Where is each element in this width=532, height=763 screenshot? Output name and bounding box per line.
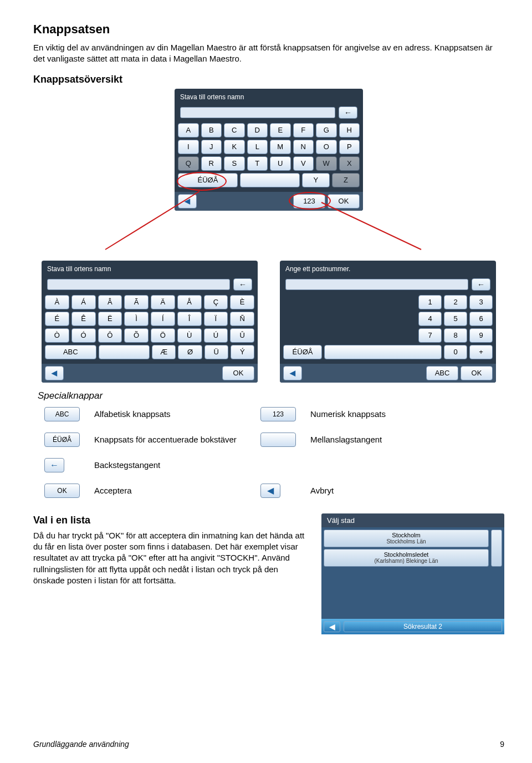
key[interactable]: J xyxy=(201,140,222,154)
key[interactable]: Ñ xyxy=(230,312,254,326)
key[interactable]: N xyxy=(293,140,314,154)
key[interactable]: Y xyxy=(302,173,330,187)
key[interactable]: W xyxy=(316,156,337,171)
key[interactable]: Û xyxy=(230,328,254,343)
page-footer: Grundläggande användning 9 xyxy=(33,740,504,749)
city-back-button[interactable]: ◀ xyxy=(324,621,340,632)
key[interactable]: 3 xyxy=(469,295,493,309)
key[interactable]: Ù xyxy=(177,328,202,343)
key[interactable]: 1 xyxy=(418,295,442,309)
key[interactable]: Ó xyxy=(71,328,96,343)
kb-right-title: Ange ett postnummer. xyxy=(285,265,350,273)
kb-left-input[interactable] xyxy=(47,279,230,290)
key[interactable]: Ä xyxy=(151,295,175,309)
key[interactable]: T xyxy=(247,156,268,171)
key[interactable]: L xyxy=(247,140,268,154)
key[interactable]: É xyxy=(45,312,69,326)
key[interactable]: S xyxy=(224,156,245,171)
key[interactable]: À xyxy=(45,295,69,309)
abc-switch-key[interactable]: ABC xyxy=(426,366,458,380)
key[interactable]: Å xyxy=(177,295,202,309)
key[interactable]: 5 xyxy=(444,312,467,326)
key[interactable]: X xyxy=(339,156,360,171)
space-key[interactable] xyxy=(324,345,442,359)
key[interactable]: Õ xyxy=(124,328,149,343)
back-arrow-key[interactable]: ◀ xyxy=(45,366,64,380)
key[interactable]: Q xyxy=(178,156,199,171)
key[interactable]: Ì xyxy=(124,312,149,326)
key[interactable]: B xyxy=(201,123,222,138)
kb-main-input[interactable] xyxy=(180,107,335,118)
key[interactable]: Ú xyxy=(204,328,228,343)
list-item[interactable]: Stockholmsledet (Karlshamn) Blekinge Län xyxy=(324,549,489,567)
ok-key[interactable]: OK xyxy=(461,366,493,380)
space-key[interactable] xyxy=(99,345,150,359)
back-arrow-key[interactable]: ◀ xyxy=(283,366,302,380)
key[interactable]: M xyxy=(270,140,291,154)
backspace-key[interactable]: ← xyxy=(472,278,490,291)
list-item-name: Stockholmsledet xyxy=(326,551,486,558)
key[interactable]: Ý xyxy=(231,345,254,359)
key[interactable]: 2 xyxy=(444,295,467,309)
accent-switch-key[interactable]: ÉÜØÅ xyxy=(178,173,238,187)
key[interactable]: C xyxy=(224,123,245,138)
key[interactable]: H xyxy=(339,123,360,138)
scrollbar[interactable] xyxy=(491,530,502,567)
key[interactable]: Ö xyxy=(151,328,175,343)
key[interactable]: 6 xyxy=(469,312,493,326)
numeric-switch-key[interactable]: 123 xyxy=(293,194,325,208)
key[interactable]: Á xyxy=(71,295,96,309)
key[interactable]: Ê xyxy=(71,312,96,326)
key[interactable]: O xyxy=(316,140,337,154)
key[interactable]: U xyxy=(270,156,291,171)
key[interactable]: Ô xyxy=(98,328,122,343)
list-item[interactable]: Stockholm Stockholms Län xyxy=(324,530,489,547)
ok-key[interactable]: OK xyxy=(222,366,254,380)
accent-switch-key[interactable]: ÉÜØÅ xyxy=(283,345,322,359)
kb-main-row1: A B C D E F G H xyxy=(178,123,360,138)
back-arrow-key[interactable]: ◀ xyxy=(178,194,197,208)
key[interactable]: K xyxy=(224,140,245,154)
key[interactable]: Â xyxy=(98,295,122,309)
key[interactable]: A xyxy=(178,123,199,138)
key[interactable]: Ã xyxy=(124,295,149,309)
key[interactable]: Ï xyxy=(204,312,228,326)
city-panel-title: Välj stad xyxy=(321,513,504,527)
city-select-panel: Välj stad Stockholm Stockholms Län Stock… xyxy=(321,513,504,634)
key[interactable]: Í xyxy=(151,312,175,326)
cancel-mini-key: ◀ xyxy=(260,484,280,498)
kb-right-input[interactable] xyxy=(285,279,468,290)
key[interactable]: È xyxy=(230,295,254,309)
key[interactable]: G xyxy=(316,123,337,138)
key[interactable]: E xyxy=(270,123,291,138)
key[interactable]: F xyxy=(293,123,314,138)
key[interactable]: 4 xyxy=(418,312,442,326)
abc-switch-key[interactable]: ABC xyxy=(45,345,96,359)
accent-label: Knappsats för accentuerade bokstäver xyxy=(94,435,260,444)
space-key[interactable] xyxy=(240,173,300,187)
key[interactable]: 8 xyxy=(444,328,467,343)
key[interactable]: Ë xyxy=(98,312,122,326)
key[interactable]: 9 xyxy=(469,328,493,343)
key[interactable]: V xyxy=(293,156,314,171)
key[interactable]: Z xyxy=(332,173,360,187)
key[interactable]: Ø xyxy=(178,345,202,359)
key[interactable]: 7 xyxy=(418,328,442,343)
key[interactable]: Æ xyxy=(152,345,176,359)
key[interactable]: 0 xyxy=(444,345,467,359)
key[interactable]: Ü xyxy=(204,345,228,359)
footer-page-number: 9 xyxy=(500,740,504,749)
key[interactable]: D xyxy=(247,123,268,138)
special-heading: Specialknappar xyxy=(38,390,504,401)
key[interactable]: Î xyxy=(177,312,202,326)
key[interactable]: P xyxy=(339,140,360,154)
ok-key[interactable]: OK xyxy=(328,194,360,208)
key[interactable]: Ç xyxy=(204,295,228,309)
backspace-key[interactable]: ← xyxy=(233,278,252,291)
backspace-key[interactable]: ← xyxy=(339,106,357,119)
key[interactable]: + xyxy=(469,345,493,359)
key[interactable]: I xyxy=(178,140,199,154)
key[interactable]: R xyxy=(201,156,222,171)
list-heading: Val i en lista xyxy=(33,513,308,527)
key[interactable]: Ò xyxy=(45,328,69,343)
